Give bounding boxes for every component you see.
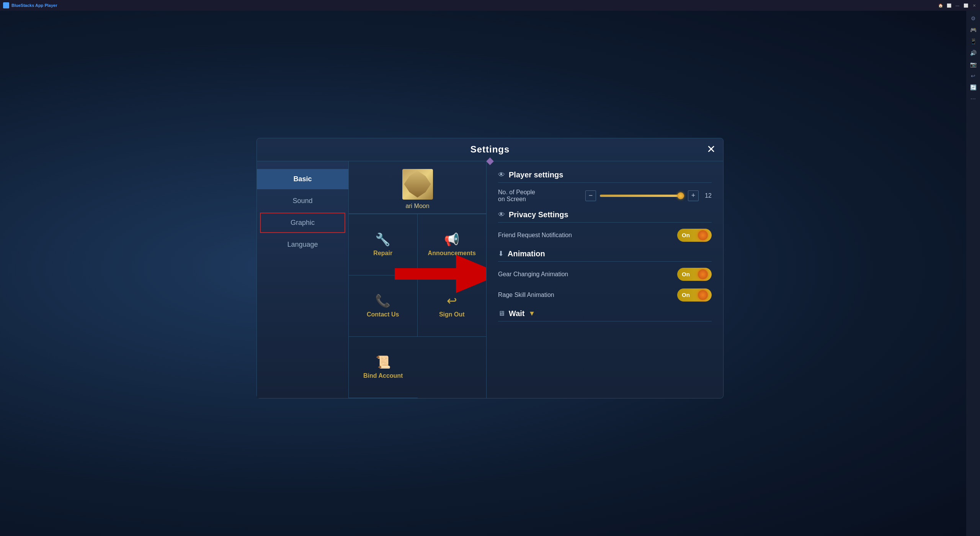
contact-icon: 📞 bbox=[375, 293, 390, 308]
minimize-window-btn[interactable]: — bbox=[955, 3, 960, 8]
announcements-option[interactable]: 📢 Announcements bbox=[418, 214, 487, 275]
slider-track[interactable] bbox=[600, 195, 684, 197]
sidebar-item-basic[interactable]: Basic bbox=[257, 169, 348, 189]
friend-request-toggle[interactable]: On bbox=[677, 229, 712, 242]
restore-btn[interactable]: ⬜ bbox=[946, 3, 952, 8]
contact-us-option[interactable]: 📞 Contact Us bbox=[349, 275, 418, 337]
rage-skill-row: Rage Skill Animation On bbox=[498, 288, 712, 302]
bind-account-label: Bind Account bbox=[363, 372, 403, 379]
app-logo: BlueStacks App Player bbox=[3, 2, 57, 8]
friend-request-toggle-dot bbox=[698, 230, 708, 240]
modal-header: Settings ✕ bbox=[257, 138, 723, 161]
gear-animation-toggle[interactable]: On bbox=[677, 268, 712, 281]
modal-title: Settings bbox=[470, 144, 510, 155]
avatar-image bbox=[404, 171, 431, 198]
animation-title: Animation bbox=[508, 249, 545, 258]
topbar: BlueStacks App Player 🏠 ⬜ — ⬜ ✕ bbox=[0, 0, 980, 11]
rage-skill-toggle-label: On bbox=[682, 292, 690, 298]
rage-skill-toggle[interactable]: On bbox=[677, 288, 712, 302]
avatar bbox=[402, 169, 433, 200]
modal-overlay: Settings ✕ Basic Sound Graphic Language bbox=[0, 0, 980, 536]
wait-header: 🖥 Wait ▼ bbox=[498, 309, 712, 321]
slider-thumb bbox=[677, 192, 684, 199]
privacy-section: 👁 Privacy Settings Friend Request Notifi… bbox=[498, 210, 712, 242]
animation-header: ⬇ Animation bbox=[498, 249, 712, 262]
toolbar-icon-1[interactable]: ⚙ bbox=[969, 14, 978, 23]
options-grid: 🔧 Repair 📢 Announcements 📞 Contact Us ↩ … bbox=[349, 214, 486, 398]
profile-name: ari Moon bbox=[405, 203, 429, 210]
wait-icon: 🖥 bbox=[498, 310, 505, 318]
sign-out-label: Sign Out bbox=[439, 311, 465, 318]
right-panel: 👁 Player settings No. of People on Scree… bbox=[487, 161, 723, 398]
wait-expand-btn[interactable]: ▼ bbox=[528, 310, 535, 318]
announcements-icon: 📢 bbox=[444, 232, 459, 247]
sidebar-item-language[interactable]: Language bbox=[257, 234, 348, 255]
sign-out-icon: ↩ bbox=[447, 293, 457, 308]
toolbar-icon-8[interactable]: ⋯ bbox=[969, 94, 978, 103]
slider-increment-btn[interactable]: + bbox=[688, 190, 699, 201]
repair-option[interactable]: 🔧 Repair bbox=[349, 214, 418, 275]
repair-icon: 🔧 bbox=[375, 232, 390, 247]
privacy-settings-title: Privacy Settings bbox=[509, 210, 568, 219]
privacy-settings-icon: 👁 bbox=[498, 211, 505, 219]
gear-animation-row: Gear Changing Animation On bbox=[498, 268, 712, 281]
toolbar-icon-2[interactable]: 🎮 bbox=[969, 25, 978, 34]
center-panel: ari Moon 🔧 Repair 📢 Announcements 📞 Cont… bbox=[349, 161, 487, 398]
gear-animation-toggle-label: On bbox=[682, 271, 690, 277]
maximize-btn[interactable]: ⬜ bbox=[963, 3, 969, 8]
sidebar-item-sound[interactable]: Sound bbox=[257, 191, 348, 211]
toolbar-icon-4[interactable]: 🔊 bbox=[969, 48, 978, 57]
app-name: BlueStacks App Player bbox=[11, 3, 57, 8]
player-settings-title: Player settings bbox=[509, 170, 563, 179]
animation-icon: ⬇ bbox=[498, 249, 504, 258]
player-settings-icon: 👁 bbox=[498, 171, 505, 179]
privacy-settings-header: 👁 Privacy Settings bbox=[498, 210, 712, 223]
sign-out-option[interactable]: ↩ Sign Out bbox=[418, 275, 487, 337]
modal-body: Basic Sound Graphic Language bbox=[257, 161, 723, 398]
friend-request-label: Friend Request Notification bbox=[498, 232, 572, 239]
slider-container: − + 12 bbox=[585, 190, 712, 201]
profile-area: ari Moon bbox=[349, 161, 486, 214]
toolbar-icon-3[interactable]: 📱 bbox=[969, 37, 978, 46]
toolbar-icon-7[interactable]: 🔄 bbox=[969, 83, 978, 92]
slider-fill bbox=[600, 195, 684, 197]
settings-modal: Settings ✕ Basic Sound Graphic Language bbox=[256, 138, 724, 398]
contact-label: Contact Us bbox=[367, 311, 399, 318]
sidebar-item-graphic[interactable]: Graphic bbox=[260, 213, 345, 233]
wait-title: Wait bbox=[509, 309, 524, 318]
modal-close-button[interactable]: ✕ bbox=[707, 144, 715, 155]
rage-skill-label: Rage Skill Animation bbox=[498, 292, 554, 298]
player-settings-header: 👁 Player settings bbox=[498, 170, 712, 183]
slider-value: 12 bbox=[702, 192, 712, 199]
slider-decrement-btn[interactable]: − bbox=[585, 190, 596, 201]
minimize-btn[interactable]: 🏠 bbox=[938, 3, 943, 8]
bind-account-option[interactable]: 📜 Bind Account bbox=[349, 337, 418, 398]
friend-request-toggle-label: On bbox=[682, 232, 690, 238]
right-toolbar: ⚙ 🎮 📱 🔊 📷 ↩ 🔄 ⋯ bbox=[966, 11, 980, 536]
toolbar-icon-6[interactable]: ↩ bbox=[969, 71, 978, 80]
gear-animation-label: Gear Changing Animation bbox=[498, 271, 568, 278]
announcements-label: Announcements bbox=[428, 250, 476, 257]
sidebar: Basic Sound Graphic Language bbox=[257, 161, 349, 398]
toolbar-icon-5[interactable]: 📷 bbox=[969, 60, 978, 69]
people-on-screen-row: No. of People on Screen − + 12 bbox=[498, 189, 712, 203]
repair-label: Repair bbox=[373, 250, 392, 257]
logo-icon bbox=[3, 2, 9, 8]
bind-account-icon: 📜 bbox=[376, 355, 391, 369]
gear-animation-toggle-dot bbox=[698, 269, 708, 279]
people-on-screen-label: No. of People on Screen bbox=[498, 189, 535, 203]
rage-skill-toggle-dot bbox=[698, 290, 708, 300]
animation-section: ⬇ Animation Gear Changing Animation On R… bbox=[498, 249, 712, 302]
wait-section: 🖥 Wait ▼ bbox=[498, 309, 712, 321]
friend-request-row: Friend Request Notification On bbox=[498, 229, 712, 242]
topbar-controls: 🏠 ⬜ — ⬜ ✕ bbox=[938, 3, 977, 8]
close-window-btn[interactable]: ✕ bbox=[972, 3, 977, 8]
